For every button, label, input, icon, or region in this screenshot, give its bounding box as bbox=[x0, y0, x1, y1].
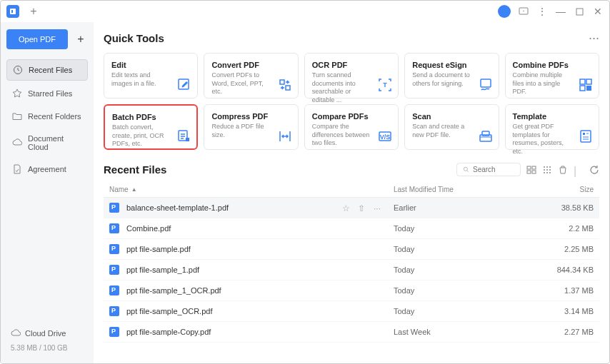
main-content: Quick Tools ··· EditEdit texts and image… bbox=[94, 22, 609, 363]
file-row[interactable]: ppt file-sample-Copy.pdfLast Week2.27 MB bbox=[104, 322, 599, 343]
new-tab-button[interactable]: + bbox=[25, 3, 42, 20]
compress-icon bbox=[278, 129, 292, 143]
file-name: ppt file-sample-Copy.pdf bbox=[126, 328, 394, 336]
cloud-drive-link[interactable]: Cloud Drive bbox=[11, 328, 84, 338]
app-logo bbox=[6, 5, 19, 18]
feedback-icon[interactable] bbox=[518, 6, 529, 17]
grid-view-icon[interactable] bbox=[542, 165, 552, 175]
tool-convert-pdf[interactable]: Convert PDFConvert PDFs to Word, Excel, … bbox=[204, 53, 298, 98]
star-icon[interactable]: ☆ bbox=[342, 203, 351, 212]
svg-point-36 bbox=[549, 166, 551, 168]
file-row[interactable]: ppt file-sample_1_OCR.pdfToday1.37 MB bbox=[104, 280, 599, 301]
close-icon[interactable]: ✕ bbox=[592, 6, 604, 17]
open-pdf-button[interactable]: Open PDF bbox=[6, 29, 68, 49]
file-modified: Today bbox=[394, 266, 536, 274]
svg-point-37 bbox=[544, 169, 545, 171]
list-view-icon[interactable] bbox=[526, 165, 536, 175]
svg-point-42 bbox=[549, 172, 551, 173]
file-name: ppt file-sample_1_OCR.pdf bbox=[126, 286, 394, 295]
file-modified: Today bbox=[394, 286, 536, 295]
minimize-icon[interactable]: — bbox=[555, 6, 566, 17]
file-name: balance-sheet-template-1.pdf bbox=[126, 203, 342, 212]
cloud-icon bbox=[11, 328, 21, 338]
tool-scan[interactable]: ScanScan and create a new PDF file. bbox=[404, 104, 499, 150]
tool-edit[interactable]: EditEdit texts and images in a file. bbox=[104, 53, 198, 98]
tool-title: Template bbox=[513, 112, 591, 121]
create-pdf-button[interactable]: + bbox=[74, 32, 88, 46]
divider: | bbox=[574, 165, 584, 175]
col-size-header[interactable]: Size bbox=[536, 186, 594, 193]
sidebar-item-label: Recent Files bbox=[29, 66, 72, 74]
file-size: 844.34 KB bbox=[536, 266, 594, 274]
table-header: Name ▲ Last Modified Time Size bbox=[104, 182, 599, 198]
search-icon bbox=[463, 166, 469, 173]
svg-rect-23 bbox=[581, 131, 591, 142]
tool-title: Compress PDF bbox=[211, 112, 290, 121]
sidebar-item-starred-files[interactable]: Starred Files bbox=[6, 84, 88, 103]
svg-point-40 bbox=[544, 172, 545, 173]
svg-point-34 bbox=[544, 166, 545, 168]
file-modified: Earlier bbox=[394, 203, 536, 212]
tool-template[interactable]: TemplateGet great PDF templates for resu… bbox=[505, 104, 599, 150]
tool-compare-pdfs[interactable]: Compare PDFsCompare the differences betw… bbox=[304, 104, 399, 150]
file-name: ppt file-sample_1.pdf bbox=[126, 266, 394, 274]
file-row[interactable]: balance-sheet-template-1.pdf☆⇧···Earlier… bbox=[104, 198, 599, 218]
svg-point-38 bbox=[546, 169, 548, 171]
file-modified: Last Week bbox=[394, 328, 536, 336]
file-name: Combine.pdf bbox=[126, 224, 394, 233]
pdf-file-icon bbox=[109, 327, 119, 337]
file-size: 3.14 MB bbox=[536, 307, 594, 315]
quick-tools-more[interactable]: ··· bbox=[589, 31, 599, 46]
sidebar-item-recent-files[interactable]: Recent Files bbox=[6, 59, 88, 81]
storage-text: 5.38 MB / 100 GB bbox=[11, 344, 84, 352]
col-modified-header[interactable]: Last Modified Time bbox=[394, 186, 536, 193]
svg-rect-4 bbox=[576, 9, 583, 15]
sidebar-item-agreement[interactable]: Agreement bbox=[6, 159, 88, 179]
maximize-icon[interactable] bbox=[574, 6, 585, 17]
quick-tools-grid: EditEdit texts and images in a file.Conv… bbox=[104, 53, 599, 150]
menu-dots-icon[interactable]: ⋮ bbox=[536, 6, 548, 17]
tool-title: Request eSign bbox=[412, 61, 491, 69]
search-input[interactable] bbox=[473, 166, 514, 173]
svg-rect-33 bbox=[532, 171, 536, 173]
recent-files-title: Recent Files bbox=[104, 163, 166, 176]
tool-title: Compare PDFs bbox=[312, 112, 391, 121]
template-icon bbox=[579, 129, 593, 143]
search-box[interactable] bbox=[456, 163, 521, 176]
file-row[interactable]: ppt file-sample_OCR.pdfToday3.14 MB bbox=[104, 301, 599, 322]
pdf-file-icon bbox=[109, 265, 119, 275]
svg-text:V/S: V/S bbox=[380, 133, 391, 141]
pdf-file-icon bbox=[109, 223, 119, 233]
tool-title: Scan bbox=[412, 112, 491, 121]
tool-title: Edit bbox=[111, 61, 190, 69]
user-avatar[interactable] bbox=[498, 5, 511, 18]
svg-point-28 bbox=[464, 167, 467, 171]
file-row[interactable]: ppt file-sample.pdfToday2.25 MB bbox=[104, 239, 599, 260]
tool-ocr-pdf[interactable]: OCR PDFTurn scanned documents into searc… bbox=[304, 53, 399, 98]
col-name-header[interactable]: Name ▲ bbox=[109, 186, 394, 193]
tool-compress-pdf[interactable]: Compress PDFReduce a PDF file size. bbox=[204, 104, 298, 150]
svg-rect-11 bbox=[580, 86, 585, 91]
file-row[interactable]: ppt file-sample_1.pdfToday844.34 KB bbox=[104, 260, 599, 280]
sidebar-item-label: Recent Folders bbox=[28, 112, 81, 121]
upload-icon[interactable]: ⇧ bbox=[358, 203, 366, 212]
trash-icon[interactable] bbox=[558, 165, 568, 175]
pdf-file-icon bbox=[109, 285, 119, 295]
svg-line-29 bbox=[467, 171, 469, 172]
svg-rect-9 bbox=[580, 79, 585, 84]
file-size: 2.25 MB bbox=[536, 245, 594, 253]
more-icon[interactable]: ··· bbox=[374, 203, 382, 212]
sidebar-item-recent-folders[interactable]: Recent Folders bbox=[6, 106, 88, 126]
combine-icon bbox=[579, 78, 593, 92]
tool-title: Convert PDF bbox=[211, 61, 290, 69]
svg-rect-8 bbox=[481, 79, 491, 87]
file-row[interactable]: Combine.pdfToday2.2 MB bbox=[104, 218, 599, 239]
svg-rect-30 bbox=[527, 166, 531, 169]
refresh-icon[interactable] bbox=[589, 165, 599, 175]
tool-request-esign[interactable]: Request eSignSend a document to others f… bbox=[404, 53, 499, 98]
tool-combine-pdfs[interactable]: Combine PDFsCombine multiple files into … bbox=[505, 53, 599, 98]
svg-rect-31 bbox=[532, 166, 536, 169]
tool-title: OCR PDF bbox=[312, 61, 391, 69]
tool-batch-pdfs[interactable]: Batch PDFsBatch convert, create, print, … bbox=[104, 104, 198, 150]
sidebar-item-document-cloud[interactable]: Document Cloud bbox=[6, 129, 88, 156]
